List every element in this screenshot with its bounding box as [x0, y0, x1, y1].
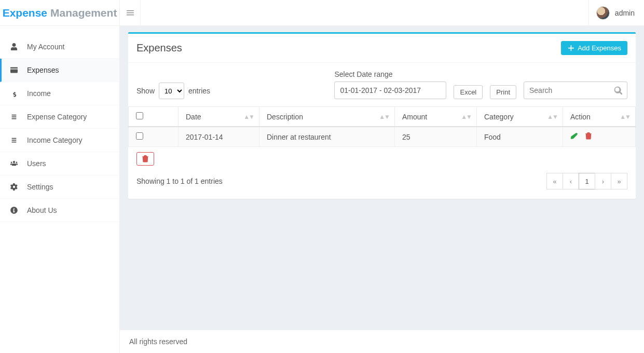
- col-amount[interactable]: Amount: [402, 113, 427, 121]
- panel-header: Expenses Add Expenses: [128, 34, 636, 62]
- sidebar-item-users[interactable]: Users: [0, 152, 119, 175]
- col-category[interactable]: Category: [484, 113, 514, 121]
- sidebar-item-settings[interactable]: Settings: [0, 175, 119, 199]
- sidebar-item-label: My Account: [27, 43, 64, 51]
- user-name: admin: [615, 9, 635, 17]
- avatar: [596, 6, 610, 20]
- page-title: Expenses: [136, 42, 182, 54]
- search-input[interactable]: [524, 82, 627, 99]
- sort-icon[interactable]: ▲▼: [461, 113, 471, 120]
- brand-word-2: Management: [50, 7, 117, 19]
- entries-length: Show 10 entries: [136, 83, 210, 99]
- sidebar-item-label: Income Category: [27, 136, 83, 144]
- page-last[interactable]: »: [611, 173, 627, 189]
- table-info: Showing 1 to 1 of 1 entries: [136, 177, 223, 185]
- print-button[interactable]: Print: [490, 85, 516, 99]
- sidebar-item-my-account[interactable]: My Account: [0, 35, 119, 59]
- sidebar-item-label: Expense Category: [27, 113, 87, 121]
- sidebar-item-label: About Us: [27, 206, 57, 214]
- sort-icon[interactable]: ▲▼: [547, 113, 557, 120]
- date-range-label: Select Date range: [334, 70, 446, 78]
- trash-icon: [142, 155, 149, 162]
- col-action: Action: [570, 113, 591, 121]
- sidebar-item-label: Income: [27, 89, 51, 98]
- sidebar-item-income-category[interactable]: Income Category: [0, 129, 119, 152]
- user-icon: [8, 43, 20, 50]
- footer-text: All rights reserved: [129, 337, 187, 346]
- search-icon[interactable]: [614, 86, 622, 94]
- footer: All rights reserved: [120, 330, 644, 353]
- bulk-delete-button[interactable]: [136, 152, 154, 166]
- page-next[interactable]: ›: [595, 173, 611, 189]
- cell-date: 2017-01-14: [179, 127, 259, 147]
- user-menu[interactable]: admin: [588, 0, 635, 26]
- edit-icon[interactable]: [570, 133, 580, 141]
- cell-amount: 25: [395, 127, 477, 147]
- sidebar-item-income[interactable]: Income: [0, 82, 119, 105]
- cell-description: Dinner at restaurent: [259, 127, 395, 147]
- sidebar-toggle[interactable]: [120, 0, 141, 26]
- gear-icon: [8, 183, 20, 191]
- card-icon: [8, 66, 20, 74]
- date-range-input[interactable]: [334, 82, 446, 99]
- brand-word-1: Expense: [3, 7, 47, 19]
- brand-logo[interactable]: Expense Management: [0, 0, 119, 26]
- col-description[interactable]: Description: [267, 113, 303, 121]
- export-excel-label: Excel: [460, 88, 476, 96]
- sort-icon[interactable]: ▲▼: [379, 113, 389, 120]
- sidebar-item-about-us[interactable]: About Us: [0, 199, 119, 222]
- topbar: admin: [120, 0, 644, 26]
- expenses-table: Date ▲▼ Description ▲▼ Amount ▲▼: [128, 106, 636, 147]
- col-date[interactable]: Date: [186, 113, 201, 121]
- sidebar-item-expenses[interactable]: Expenses: [0, 59, 119, 82]
- pagination: « ‹ 1 › »: [547, 173, 627, 189]
- plus-icon: [567, 45, 574, 52]
- print-label: Print: [496, 88, 510, 96]
- show-prefix: Show: [136, 87, 155, 95]
- dollar-icon: [8, 90, 20, 97]
- show-suffix: entries: [188, 87, 210, 95]
- sidebar: Expense Management My Account Expenses: [0, 0, 120, 353]
- sidebar-item-label: Settings: [27, 183, 53, 191]
- page-number[interactable]: 1: [579, 173, 595, 189]
- export-excel-button[interactable]: Excel: [454, 85, 483, 99]
- trash-icon[interactable]: [585, 133, 592, 141]
- expenses-panel: Expenses Add Expenses Show 10 e: [128, 32, 636, 199]
- date-range-block: Select Date range: [334, 70, 446, 99]
- sort-icon[interactable]: ▲▼: [620, 113, 630, 120]
- page-prev[interactable]: ‹: [563, 173, 579, 189]
- users-icon: [8, 160, 20, 167]
- sort-asc-icon[interactable]: ▲▼: [243, 113, 254, 120]
- cell-category: Food: [477, 127, 563, 147]
- row-checkbox[interactable]: [136, 132, 143, 140]
- add-expenses-label: Add Expenses: [578, 44, 621, 52]
- sidebar-item-label: Expenses: [27, 66, 59, 74]
- table-toolbar: Show 10 entries Select Date range Excel: [128, 62, 636, 106]
- table-row: 2017-01-14 Dinner at restaurent 25 Food: [129, 127, 636, 147]
- list-icon: [8, 137, 20, 144]
- page-first[interactable]: «: [546, 173, 563, 189]
- sidebar-item-expense-category[interactable]: Expense Category: [0, 105, 119, 129]
- bars-icon: [126, 9, 134, 17]
- sidebar-item-label: Users: [27, 159, 46, 168]
- info-icon: [8, 207, 20, 214]
- add-expenses-button[interactable]: Add Expenses: [561, 41, 627, 55]
- content: Expenses Add Expenses Show 10 e: [120, 26, 644, 330]
- entries-select[interactable]: 10: [159, 83, 184, 99]
- list-icon: [8, 113, 20, 120]
- sidebar-nav: My Account Expenses Income Expense Categ…: [0, 35, 119, 222]
- search-wrap: [524, 82, 627, 99]
- select-all-checkbox[interactable]: [136, 112, 143, 119]
